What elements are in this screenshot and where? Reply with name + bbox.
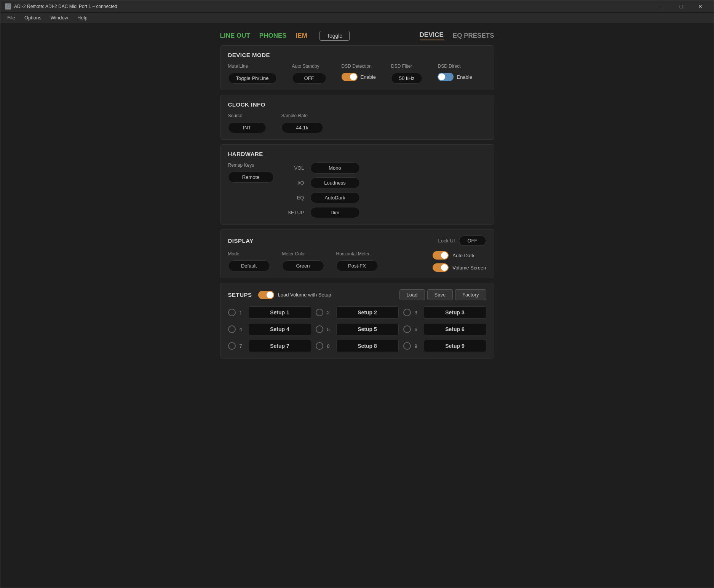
menu-file[interactable]: File [3,13,19,22]
lock-ui-button[interactable]: OFF [459,236,486,246]
load-volume-row: Load Volume with Setup [258,291,331,299]
setup-radio[interactable] [316,342,323,350]
auto-standby-label: Auto Standby [292,64,326,69]
toggle-button[interactable]: Toggle [319,31,350,41]
setup-name-button[interactable]: Setup 8 [336,340,399,352]
dsd-filter-button[interactable]: 50 kHz [391,73,422,84]
horizontal-meter-button[interactable]: Post-FX [336,260,378,271]
auto-standby-group: Auto Standby OFF [292,64,326,84]
remap-keys-label: Remap Keys [228,163,274,168]
setup-number: 9 [415,343,420,349]
setup-button[interactable]: Dim [310,207,360,218]
clock-info-section: CLOCK INFO Source INT Sample Rate 44.1k [220,95,494,140]
mode-label: Mode [228,251,270,257]
load-volume-toggle[interactable] [258,291,274,299]
setup-name-button[interactable]: Setup 2 [336,306,399,319]
tab-eq-presets[interactable]: EQ PRESETS [453,32,494,40]
device-mode-title: DEVICE MODE [228,52,486,58]
setup-number: 5 [327,327,332,332]
setup-item: 5 Setup 5 [316,323,399,335]
minimize-button[interactable]: – [653,0,671,13]
hardware-section: HARDWARE Remap Keys Remote VOL Mono I/O [220,144,494,225]
meter-color-button[interactable]: Green [282,260,324,271]
setups-section: SETUPS Load Volume with Setup Load Save [220,283,494,359]
horizontal-meter-label: Horizontal Meter [336,251,378,257]
menu-options[interactable]: Options [21,13,45,22]
setup-row: SETUP Dim [286,207,360,218]
volume-screen-toggle[interactable] [433,263,449,272]
io-button[interactable]: Loudness [310,177,360,188]
menu-help[interactable]: Help [73,13,91,22]
dsd-detection-toggle[interactable] [342,73,358,81]
io-label: I/O [286,180,304,186]
sample-rate-button[interactable]: 44.1k [281,122,323,133]
mode-button[interactable]: Default [228,260,270,271]
auto-dark-toggle[interactable] [433,251,449,260]
setup-radio[interactable] [403,325,411,333]
source-button[interactable]: INT [228,122,266,133]
dsd-detection-label: DSD Detection [342,64,376,69]
setup-name-button[interactable]: Setup 6 [424,323,486,335]
factory-button[interactable]: Factory [455,289,486,300]
setup-item: 9 Setup 9 [403,340,486,352]
setup-number: 7 [240,343,245,349]
tab-iem[interactable]: IEM [296,32,307,40]
setup-radio[interactable] [228,342,236,350]
display-title: DISPLAY [228,237,254,244]
setup-radio[interactable] [228,325,236,333]
setup-number: 8 [327,343,332,349]
tab-phones[interactable]: PHONES [259,32,287,40]
tab-device[interactable]: DEVICE [420,31,444,40]
setup-name-button[interactable]: Setup 4 [249,323,311,335]
setups-action-buttons: Load Save Factory [399,289,486,300]
content-area: LINE OUT PHONES IEM Toggle DEVICE EQ PRE… [0,23,714,588]
setup-item: 1 Setup 1 [228,306,311,319]
mode-group: Mode Default [228,251,270,271]
setup-item: 4 Setup 4 [228,323,311,335]
main-panel: LINE OUT PHONES IEM Toggle DEVICE EQ PRE… [220,31,494,363]
auto-dark-col: Auto Dark Volume Screen [433,251,486,272]
clock-info-title: CLOCK INFO [228,101,486,108]
display-section: DISPLAY Lock UI OFF Mode Default Meter C… [220,229,494,278]
setup-name-button[interactable]: Setup 5 [336,323,399,335]
vol-button[interactable]: Mono [310,163,360,174]
setup-item: 6 Setup 6 [403,323,486,335]
horizontal-meter-group: Horizontal Meter Post-FX [336,251,378,271]
dsd-detection-group: DSD Detection Enable [342,64,376,81]
window-title: ADI-2 Remote: ADI-2 DAC Midi Port 1 – co… [14,4,117,9]
setup-radio[interactable] [403,342,411,350]
setup-item: 2 Setup 2 [316,306,399,319]
menu-window[interactable]: Window [47,13,72,22]
save-button[interactable]: Save [427,289,453,300]
auto-dark-text: Auto Dark [452,253,474,258]
remap-keys-button[interactable]: Remote [228,172,274,183]
setup-number: 3 [415,310,420,316]
dsd-direct-toggle[interactable] [438,73,454,81]
meter-color-label: Meter Color [282,251,324,257]
setup-name-button[interactable]: Setup 9 [424,340,486,352]
tab-line-out[interactable]: LINE OUT [220,32,250,40]
load-volume-text: Load Volume with Setup [278,292,331,298]
setup-grid: 1 Setup 1 2 Setup 2 3 Setup 3 4 Setup 4 … [228,306,486,352]
setup-name-button[interactable]: Setup 1 [249,306,311,319]
sample-rate-group: Sample Rate 44.1k [281,113,323,133]
volume-screen-text: Volume Screen [452,265,486,271]
setup-name-button[interactable]: Setup 3 [424,306,486,319]
dsd-filter-label: DSD Filter [391,64,422,69]
mute-line-button[interactable]: Toggle Ph/Line [228,73,277,84]
load-button[interactable]: Load [399,289,425,300]
setup-label: SETUP [286,210,304,215]
setup-radio[interactable] [316,309,323,316]
setup-radio[interactable] [228,309,236,316]
io-row: I/O Loudness [286,177,360,188]
setup-name-button[interactable]: Setup 7 [249,340,311,352]
setups-header: SETUPS Load Volume with Setup Load Save [228,289,486,300]
maximize-button[interactable]: □ [672,0,690,13]
eq-button[interactable]: AutoDark [310,192,360,203]
lock-ui-label: Lock UI [438,238,455,244]
setup-radio[interactable] [403,309,411,316]
close-button[interactable]: ✕ [692,0,709,13]
sample-rate-label: Sample Rate [281,113,323,118]
setup-radio[interactable] [316,325,323,333]
auto-standby-button[interactable]: OFF [292,73,326,84]
